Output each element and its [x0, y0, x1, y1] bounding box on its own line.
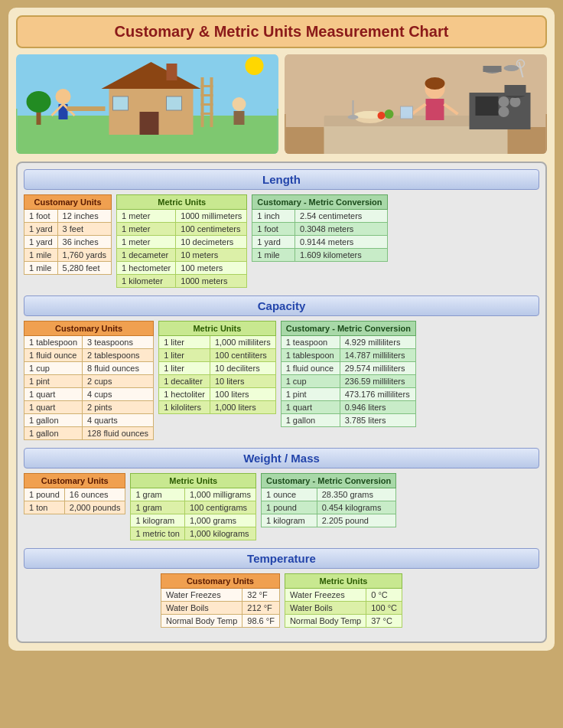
capacity-title: Capacity [24, 295, 539, 316]
table-row: 1 gallon128 fluid ounces [24, 427, 154, 440]
svg-point-31 [510, 96, 521, 107]
table-row: 1 gram1,000 milligrams [131, 488, 256, 501]
table-row: 1 fluid ounce29.574 milliliters [281, 362, 415, 375]
table-cell: 1 fluid ounce [281, 362, 340, 375]
svg-rect-12 [201, 103, 213, 106]
table-cell: 3 feet [57, 223, 111, 236]
length-metric-header: Metric Units [117, 195, 247, 210]
table-cell: 1 kilometer [117, 275, 176, 288]
table-cell: 3.785 liters [340, 414, 415, 427]
svg-point-32 [499, 106, 509, 117]
table-cell: 0 °C [366, 589, 402, 602]
svg-point-23 [246, 57, 264, 75]
table-cell: 1 cup [24, 362, 83, 375]
length-metric-table: Metric Units 1 meter1000 millimeters1 me… [116, 194, 247, 288]
table-cell: Water Boils [285, 602, 366, 615]
table-cell: 10 deciliters [210, 362, 275, 375]
svg-rect-9 [210, 77, 213, 127]
table-cell: 1 fluid ounce [24, 349, 83, 362]
table-cell: 4 cups [83, 388, 154, 401]
table-cell: 10 meters [176, 249, 247, 262]
capacity-conversion-table: Customary - Metric Conversion 1 teaspoon… [281, 321, 416, 427]
table-cell: 1 yard [24, 223, 58, 236]
table-row: 1 liter100 centiliters [159, 349, 276, 362]
table-cell: 1 pound [262, 501, 317, 514]
table-row: Normal Body Temp37 °C [285, 615, 402, 628]
table-row: 1 decaliter10 liters [159, 375, 276, 388]
table-cell: 1 yard [252, 236, 295, 249]
table-row: 1 tablespoon3 teaspoons [24, 336, 154, 349]
table-row: 1 quart2 pints [24, 401, 154, 414]
table-row: 1 kilogram2.205 pound [262, 514, 396, 527]
table-row: 1 pound16 ounces [24, 488, 125, 501]
table-row: 1 kilometer1000 meters [117, 275, 247, 288]
table-cell: 1 meter [117, 210, 176, 223]
images-row [16, 54, 547, 154]
kitchen-scene-image [285, 54, 547, 154]
table-cell: 1 liter [159, 349, 210, 362]
table-cell: 1 teaspoon [281, 336, 340, 349]
table-row: 1 pint473.176 milliliters [281, 388, 415, 401]
table-cell: 100 meters [176, 262, 247, 275]
table-row: 1 meter1000 millimeters [117, 210, 247, 223]
weight-customary-table: Customary Units 1 pound16 ounces1 ton2,0… [24, 473, 125, 514]
svg-rect-42 [401, 106, 413, 119]
table-cell: 2.54 centimeters [295, 210, 388, 223]
table-cell: 1 tablespoon [24, 336, 83, 349]
weight-title: Weight / Mass [24, 448, 539, 468]
table-cell: 1000 millimeters [176, 210, 247, 223]
table-row: 1 pound0.454 kilograms [262, 501, 396, 514]
table-cell: 1.609 kilometers [295, 249, 388, 262]
table-cell: 37 °C [366, 615, 402, 628]
table-row: 1 mile5,280 feet [24, 262, 112, 275]
table-cell: Water Freezes [285, 589, 366, 602]
table-cell: 1 metric ton [131, 527, 184, 540]
weight-customary-header: Customary Units [24, 474, 125, 488]
table-cell: 3 teaspoons [83, 336, 154, 349]
content-area: Length Customary Units 1 foot12 inches1 … [16, 162, 547, 643]
table-row: 1 fluid ounce2 tablespoons [24, 349, 154, 362]
table-cell: 100 centimeters [176, 223, 247, 236]
table-cell: 1 mile [24, 249, 58, 262]
table-cell: 100 °C [366, 602, 402, 615]
table-row: 1 kilogram1,000 grams [131, 514, 256, 527]
table-cell: 1 gram [131, 488, 184, 501]
table-cell: 1,000 kilograms [184, 527, 255, 540]
length-title: Length [24, 169, 539, 190]
table-cell: 0.454 kilograms [317, 501, 395, 514]
table-cell: 1 meter [117, 223, 176, 236]
length-conversion-header: Customary - Metric Conversion [252, 195, 387, 210]
table-cell: 5,280 feet [57, 262, 111, 275]
table-row: 1 gram100 centigrams [131, 501, 256, 514]
house-scene-svg [16, 54, 278, 154]
table-cell: 1 ounce [262, 488, 317, 501]
table-cell: 1 mile [24, 262, 58, 275]
table-row: 1 hectometer100 meters [117, 262, 247, 275]
main-title: Customary & Metric Units Measurement Cha… [16, 15, 547, 48]
table-row: 1 kiloliters1,000 liters [159, 401, 276, 414]
table-cell: 2 tablespoons [83, 349, 154, 362]
table-row: 1 pint2 cups [24, 375, 154, 388]
weight-conversion-table: Customary - Metric Conversion 1 ounce28.… [261, 473, 396, 527]
table-cell: 1 meter [117, 236, 176, 249]
table-cell: 1 hectometer [117, 262, 176, 275]
table-cell: 8 fluid ounces [83, 362, 154, 375]
table-cell: 0.946 liters [340, 401, 415, 414]
table-cell: 1 gallon [24, 414, 83, 427]
length-tables-row: Customary Units 1 foot12 inches1 yard3 f… [24, 194, 539, 288]
table-cell: 1 pint [24, 375, 83, 388]
capacity-section: Capacity Customary Units 1 tablespoon3 t… [24, 295, 539, 440]
table-row: 1 yard3 feet [24, 223, 112, 236]
table-cell: 1 tablespoon [281, 349, 340, 362]
table-cell: 2 cups [83, 375, 154, 388]
table-row: 1 hectoliter100 liters [159, 388, 276, 401]
temp-customary-table: Customary Units Water Freezes32 °FWater … [161, 573, 280, 628]
table-row: 1 gallon3.785 liters [281, 414, 415, 427]
table-cell: 1,000 grams [184, 514, 255, 527]
table-cell: 14.787 milliliters [340, 349, 415, 362]
table-row: 1 meter10 decimeters [117, 236, 247, 249]
table-cell: 10 liters [210, 375, 275, 388]
table-cell: 4.929 milliliters [340, 336, 415, 349]
table-cell: 0.3048 meters [295, 223, 388, 236]
temperature-title: Temperature [24, 548, 539, 569]
